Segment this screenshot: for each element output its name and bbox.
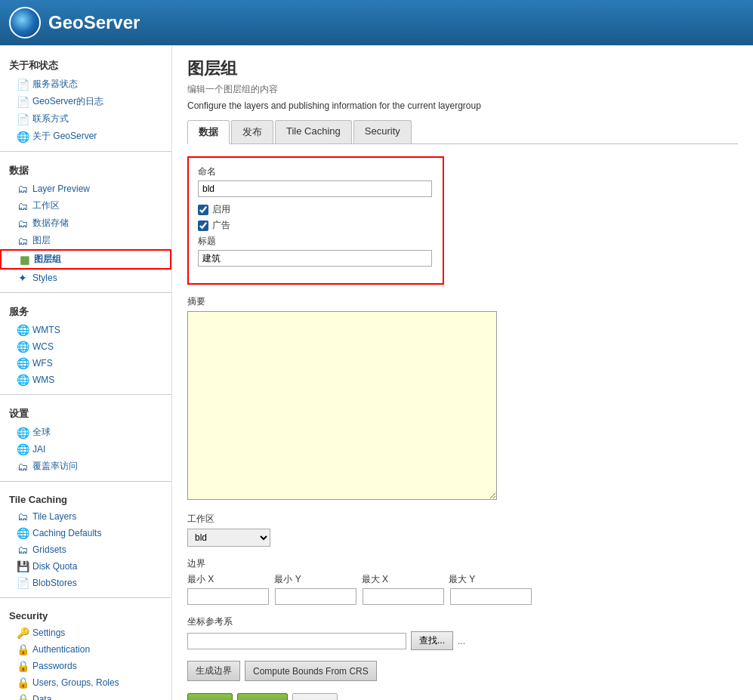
- cancel-button[interactable]: 取消: [292, 693, 338, 700]
- tab-security[interactable]: Security: [353, 120, 412, 143]
- sidebar-item-gridsets[interactable]: 🗂 Gridsets: [0, 541, 171, 558]
- sidebar-section-services: 服务: [0, 299, 171, 322]
- bbox-section: 边界 最小 X 最小 Y 最大 X 最大 Y: [187, 557, 738, 605]
- sidebar-item-blobstores[interactable]: 📄 BlobStores: [0, 575, 171, 591]
- tab-publish[interactable]: 发布: [231, 120, 273, 143]
- sidebar-section-about: 关于和状态: [0, 53, 171, 76]
- sidebar-item-passwords[interactable]: 🔒 Passwords: [0, 658, 171, 674]
- bbox-label: 边界: [187, 557, 738, 570]
- enabled-checkbox[interactable]: [198, 205, 208, 215]
- sidebar-item-wms[interactable]: 🌐 WMS: [0, 372, 171, 388]
- workspace-select[interactable]: bld: [187, 529, 270, 547]
- sidebar-item-datastores[interactable]: 🗂 数据存储: [0, 214, 171, 232]
- caching-icon: 🌐: [17, 527, 29, 539]
- sidebar-label: BlobStores: [32, 578, 77, 588]
- tab-data[interactable]: 数据: [187, 120, 230, 144]
- name-label: 命名: [198, 165, 434, 178]
- min-x-label: 最小 X: [187, 573, 214, 586]
- sidebar-item-data-sec[interactable]: 🔒 Data: [0, 691, 171, 700]
- workspace-section: 工作区 bld: [187, 513, 738, 547]
- save-button[interactable]: 保存: [187, 693, 233, 700]
- sidebar-item-caching-defaults[interactable]: 🌐 Caching Defaults: [0, 525, 171, 541]
- sidebar-label: Gridsets: [32, 544, 66, 555]
- generate-buttons-row: 生成边界 Compute Bounds From CRS: [187, 661, 738, 681]
- action-buttons: 保存 Apply 取消: [187, 693, 738, 700]
- database-icon: 🗂: [17, 217, 29, 230]
- sidebar-label: Layer Preview: [32, 183, 90, 194]
- sidebar-item-layers[interactable]: 🗂 图层: [0, 232, 171, 249]
- find-button[interactable]: 查找...: [411, 631, 453, 650]
- sidebar-item-geoserver-log[interactable]: 📄 GeoServer的日志: [0, 93, 171, 110]
- max-y-input[interactable]: [450, 588, 532, 605]
- max-x-label: 最大 X: [362, 573, 388, 586]
- apply-button[interactable]: Apply: [237, 693, 288, 700]
- sidebar-label: 全球: [32, 426, 51, 439]
- sidebar-item-wmts[interactable]: 🌐 WMTS: [0, 322, 171, 338]
- sidebar-label: 关于 GeoServer: [32, 130, 97, 143]
- document-icon: 📄: [17, 79, 29, 91]
- sidebar-item-coverage-access[interactable]: 🗂 覆盖率访问: [0, 458, 171, 475]
- sidebar-item-wcs[interactable]: 🌐 WCS: [0, 338, 171, 355]
- advertised-checkbox[interactable]: [198, 220, 208, 231]
- sidebar-label: GeoServer的日志: [32, 95, 103, 108]
- sidebar-item-wfs[interactable]: 🌐 WFS: [0, 355, 171, 372]
- crs-input[interactable]: [187, 633, 406, 649]
- enabled-label: 启用: [212, 203, 230, 216]
- max-x-input[interactable]: [363, 588, 444, 605]
- page-title: 图层组: [187, 57, 738, 80]
- sidebar-label: Tile Layers: [32, 511, 76, 522]
- folder-icon: 🗂: [17, 200, 29, 212]
- wms-icon: 🌐: [17, 374, 29, 386]
- sidebar-item-server-status[interactable]: 📄 服务器状态: [0, 76, 171, 93]
- sidebar-item-authentication[interactable]: 🔒 Authentication: [0, 641, 171, 658]
- sidebar-item-contact[interactable]: 📄 联系方式: [0, 110, 171, 128]
- blobstores-icon: 📄: [17, 577, 29, 589]
- document-icon: 📄: [17, 96, 29, 108]
- logo-text: GeoServer: [48, 12, 140, 33]
- name-input[interactable]: [198, 180, 432, 197]
- sidebar-label: Caching Defaults: [32, 528, 101, 538]
- sidebar-section-data: 数据: [0, 158, 171, 180]
- main-content: 图层组 编辑一个图层组的内容 Configure the layers and …: [172, 45, 753, 700]
- sidebar-item-about[interactable]: 🌐 关于 GeoServer: [0, 128, 171, 145]
- sidebar-item-disk-quota[interactable]: 💾 Disk Quota: [0, 558, 171, 575]
- crs-link[interactable]: ...: [458, 636, 465, 646]
- sidebar-label: Styles: [32, 273, 57, 283]
- sidebar-item-workspaces[interactable]: 🗂 工作区: [0, 197, 171, 214]
- tab-tile-caching[interactable]: Tile Caching: [275, 120, 352, 143]
- min-y-label: 最小 Y: [274, 573, 301, 586]
- crs-section: 坐标参考系 查找... ...: [187, 615, 738, 650]
- sidebar-item-styles[interactable]: ✦ Styles: [0, 270, 171, 286]
- logo-globe: [9, 7, 41, 39]
- sidebar-label: 图层: [32, 234, 51, 247]
- sidebar-label: Data: [32, 694, 51, 700]
- sidebar-item-tile-layers[interactable]: 🗂 Tile Layers: [0, 508, 171, 525]
- sidebar-item-layergroups[interactable]: ▦ 图层组: [0, 249, 171, 270]
- abstract-textarea[interactable]: [187, 311, 497, 500]
- page-description: Configure the layers and publishing info…: [187, 100, 738, 111]
- sidebar-item-users-groups-roles[interactable]: 🔒 Users, Groups, Roles: [0, 674, 171, 691]
- sidebar-label: Settings: [32, 628, 65, 638]
- wcs-icon: 🌐: [17, 341, 29, 353]
- users-icon: 🔒: [17, 677, 29, 689]
- sidebar-item-global[interactable]: 🌐 全球: [0, 424, 171, 441]
- sidebar-label: WMS: [32, 375, 54, 385]
- title-label: 标题: [198, 235, 434, 248]
- sidebar-item-settings[interactable]: 🔑 Settings: [0, 624, 171, 641]
- sidebar-item-jai[interactable]: 🌐 JAI: [0, 441, 171, 458]
- sidebar-label: Users, Groups, Roles: [32, 677, 119, 688]
- min-x-input[interactable]: [187, 588, 269, 605]
- generate-bounds-button[interactable]: 生成边界: [187, 661, 240, 681]
- title-input[interactable]: [198, 250, 432, 267]
- sidebar-section-security: Security: [0, 604, 171, 624]
- sidebar-item-layer-preview[interactable]: 🗂 Layer Preview: [0, 180, 171, 197]
- sidebar-section-tile-caching: Tile Caching: [0, 488, 171, 508]
- sidebar-label: Authentication: [32, 644, 90, 655]
- min-y-input[interactable]: [275, 588, 356, 605]
- sidebar-label: Disk Quota: [32, 561, 77, 572]
- compute-bounds-button[interactable]: Compute Bounds From CRS: [245, 661, 377, 681]
- auth-icon: 🔒: [17, 643, 29, 655]
- abstract-label: 摘要: [187, 295, 738, 308]
- advertised-row: 广告: [198, 219, 434, 232]
- data-sec-icon: 🔒: [17, 693, 29, 700]
